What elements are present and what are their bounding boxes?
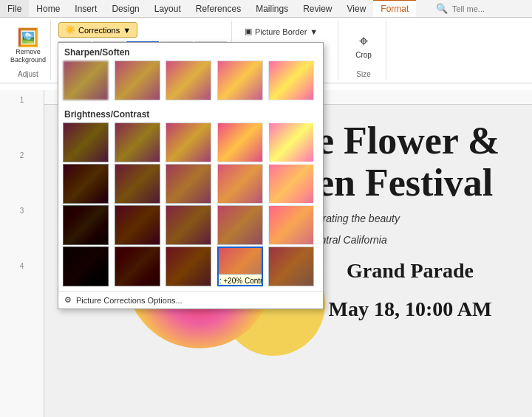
corrections-label: Corrections [78, 26, 120, 35]
brightness-grid: Brightness: +20% Contrast: +20% [58, 123, 323, 291]
sharpen-section-title: Sharpen/Soften [58, 43, 323, 61]
tab-insert[interactable]: Insert [67, 0, 104, 17]
brightness-thumb-17[interactable] [115, 247, 160, 286]
tab-design[interactable]: Design [104, 0, 146, 17]
brightness-thumb-11[interactable] [63, 205, 109, 245]
tab-format[interactable]: Format [373, 0, 416, 17]
remove-background-button[interactable]: 🖼️ RemoveBackground [10, 22, 46, 69]
tab-mailings[interactable]: Mailings [248, 0, 296, 17]
brightness-thumb-15[interactable] [268, 205, 314, 245]
ribbon-group-size: ⌖ Crop Size [341, 21, 386, 80]
brightness-thumb-1[interactable] [63, 123, 109, 162]
document-subtitle-line1: Celebrating the beauty [296, 211, 525, 227]
brightness-thumb-3[interactable] [166, 123, 211, 162]
tab-file[interactable]: File [0, 0, 29, 17]
picture-border-button[interactable]: ▣ Picture Border ▼ [239, 24, 323, 39]
brightness-thumb-10[interactable] [268, 164, 314, 204]
sharpen-thumb-3[interactable] [166, 61, 211, 100]
sharpen-thumb-4[interactable] [217, 61, 263, 100]
page-num-1: 1 [20, 96, 24, 104]
corrections-chevron-icon: ▼ [123, 26, 131, 35]
picture-border-chevron-icon: ▼ [310, 27, 318, 36]
brightness-thumb-4[interactable] [217, 123, 263, 162]
document-event-line2: May 18, 10:00 AM [296, 297, 525, 321]
brightness-thumb-6[interactable] [63, 164, 109, 204]
page-num-4: 4 [20, 262, 24, 270]
size-group-label: Size [356, 70, 370, 80]
brightness-thumb-13[interactable] [166, 205, 211, 245]
brightness-thumb-19[interactable] [268, 247, 314, 286]
brightness-thumb-2[interactable] [115, 123, 160, 162]
brightness-thumb-7[interactable] [115, 164, 160, 204]
tab-review[interactable]: Review [296, 0, 339, 17]
corrections-dropdown-button[interactable]: ☀️ Corrections ▼ [58, 22, 137, 38]
crop-label: Crop [355, 51, 372, 59]
tab-layout[interactable]: Layout [147, 0, 188, 17]
page-num-3: 3 [20, 207, 24, 215]
brightness-tooltip: Brightness: +20% Contrast: +20% [217, 274, 263, 286]
brightness-section-title: Brightness/Contrast [58, 105, 323, 123]
sharpen-thumb-5[interactable] [268, 61, 314, 100]
brightness-thumb-14[interactable] [217, 205, 263, 245]
brightness-thumb-9[interactable] [217, 164, 263, 204]
picture-corrections-options-button[interactable]: ⚙ Picture Corrections Options... [58, 291, 323, 309]
sharpen-grid [58, 61, 323, 105]
corrections-icon: ☀️ [65, 25, 75, 35]
tell-me-input[interactable] [452, 4, 526, 13]
sidebar-ruler: 1 2 3 4 [0, 90, 44, 417]
crop-button[interactable]: ⌖ Crop [346, 22, 381, 69]
corrections-options-icon: ⚙ [64, 295, 72, 305]
ribbon-group-background: 🖼️ RemoveBackground Adjust [6, 21, 51, 80]
remove-bg-icon: 🖼️ [17, 27, 39, 48]
picture-border-label: Picture Border [255, 27, 307, 36]
brightness-thumb-8[interactable] [166, 164, 211, 204]
page-text-content: ne Flower & den Festival Celebrating the… [296, 120, 525, 321]
document-title-line2: den Festival [296, 162, 525, 204]
document-event-line1: Grand Parade [296, 259, 525, 283]
ribbon-tab-bar: File Home Insert Design Layout Reference… [0, 0, 532, 18]
corrections-dropdown-panel: Sharpen/Soften Brightness/Contrast Brigh… [58, 42, 324, 309]
page-num-2: 2 [20, 151, 24, 159]
sharpen-thumb-1[interactable] [63, 61, 109, 100]
document-subtitle-line2: of Central California [296, 232, 525, 248]
remove-background-label: RemoveBackground [10, 48, 46, 64]
adjust-group-label: Adjust [18, 70, 38, 80]
sharpen-thumb-2[interactable] [115, 61, 160, 100]
picture-border-icon: ▣ [245, 27, 252, 36]
search-icon: 🔍 [436, 3, 448, 14]
brightness-thumb-5[interactable] [268, 123, 314, 162]
brightness-thumb-highlighted[interactable]: Brightness: +20% Contrast: +20% [217, 247, 263, 286]
document-title-line1: ne Flower & [296, 120, 525, 162]
tab-view[interactable]: View [340, 0, 374, 17]
brightness-thumb-16[interactable] [63, 247, 109, 286]
tab-home[interactable]: Home [29, 0, 67, 17]
corrections-options-label: Picture Corrections Options... [76, 296, 183, 305]
tab-references[interactable]: References [188, 0, 248, 17]
brightness-thumb-18[interactable] [166, 247, 211, 286]
crop-icon: ⌖ [359, 32, 368, 51]
brightness-thumb-12[interactable] [115, 205, 160, 245]
